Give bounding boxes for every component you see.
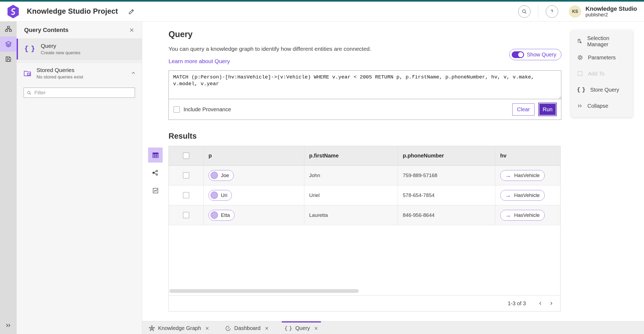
filter-field [24, 88, 135, 98]
tab-close-button[interactable] [205, 326, 209, 331]
node-circle-icon [211, 192, 218, 199]
query-editor-footer: Include Provenance Clear Run [169, 99, 561, 120]
rail-item-data-model[interactable] [0, 21, 17, 37]
tool-parameters[interactable]: Parameters [571, 49, 633, 66]
cell-firstname: John [304, 166, 398, 185]
table-row: Joe John 759-889-57168 →HasVehicle [169, 166, 560, 185]
stored-queries-collapse-button[interactable] [131, 70, 136, 76]
column-header-firstname: p.firstName [304, 146, 398, 165]
node-chip[interactable]: Joe [208, 170, 234, 181]
icon-rail [0, 21, 17, 334]
show-query-label: Show Query [527, 52, 556, 58]
tab-close-button[interactable] [314, 326, 318, 331]
node-circle-icon [211, 211, 218, 219]
tool-collapse[interactable]: Collapse [571, 98, 633, 114]
results-title: Results [169, 132, 644, 141]
node-chip[interactable]: Uri [208, 190, 232, 201]
tab-query[interactable]: { } Query [282, 321, 321, 334]
filter-input[interactable] [34, 90, 132, 96]
relationship-chip[interactable]: →HasVehicle [500, 210, 545, 221]
save-icon [5, 56, 12, 63]
panel-title: Query Contents [24, 27, 68, 34]
search-icon [27, 90, 32, 95]
avatar[interactable]: KS [569, 5, 581, 18]
bottom-tab-bar: Knowledge Graph Dashboard { } Query [142, 321, 644, 334]
query-editor-box: MATCH (p:Person)-[hv:HasVehicle]->(v:Veh… [169, 70, 561, 120]
table-view-button[interactable] [148, 148, 163, 163]
layers-icon [5, 41, 12, 48]
row-checkbox[interactable] [183, 172, 189, 178]
relationship-chip[interactable]: →HasVehicle [500, 190, 545, 201]
folder-icon [23, 69, 32, 78]
clear-button[interactable]: Clear [512, 103, 535, 116]
pagination-next-button[interactable] [546, 298, 557, 309]
sidebar-item-query[interactable]: { } Query Create new queries [17, 39, 142, 60]
horizontal-scrollbar[interactable] [169, 289, 359, 293]
app-window: Knowledge Studio Project KS Knowledge St… [0, 0, 644, 334]
relationship-chip[interactable]: →HasVehicle [500, 170, 545, 181]
toggle-switch[interactable] [512, 51, 524, 58]
stored-queries-header[interactable]: Stored Queries No stored queries exist [17, 63, 142, 84]
include-provenance-checkbox[interactable] [174, 106, 180, 113]
column-header-hv: hv [495, 146, 560, 165]
tool-store-query[interactable]: { } Store Query [571, 82, 633, 98]
rail-item-contents[interactable] [0, 37, 17, 52]
rail-expand-button[interactable] [0, 318, 17, 333]
include-provenance-option[interactable]: Include Provenance [174, 106, 231, 113]
query-item-label: Query [41, 43, 80, 49]
add-to-icon [577, 70, 583, 77]
query-textarea[interactable]: MATCH (p:Person)-[hv:HasVehicle]->(v:Veh… [169, 71, 561, 99]
tab-close-button[interactable] [265, 326, 269, 331]
close-icon [314, 326, 318, 331]
query-section: Query You can query a knowledge graph to… [169, 21, 561, 120]
stored-queries-description: No stored queries exist [36, 74, 83, 80]
help-icon [549, 9, 555, 15]
edit-title-button[interactable] [128, 8, 135, 15]
app-logo-icon [7, 5, 19, 18]
tab-knowledge-graph[interactable]: Knowledge Graph [146, 321, 212, 334]
knowledge-graph-icon [149, 325, 155, 332]
table-row: Etta Lauretta 846-956-8644 →HasVehicle [169, 205, 560, 225]
node-circle-icon [211, 172, 218, 179]
braces-icon: { } [284, 325, 292, 331]
username: publisher2 [586, 12, 637, 18]
column-header-p: p [204, 146, 304, 165]
tab-dashboard[interactable]: Dashboard [222, 321, 272, 334]
results-area: p p.firstName p.phoneNumber hv Joe John … [169, 146, 561, 311]
chart-view-button[interactable] [148, 183, 163, 198]
rail-item-save[interactable] [0, 52, 17, 67]
query-section-title: Query [169, 21, 561, 39]
pagination-prev-button[interactable] [535, 298, 546, 309]
panel-close-button[interactable] [129, 27, 134, 33]
chevron-up-icon [131, 70, 136, 76]
include-provenance-label: Include Provenance [184, 106, 231, 113]
row-checkbox[interactable] [183, 212, 189, 218]
search-button[interactable] [518, 5, 530, 18]
header-divider [538, 5, 538, 18]
tool-selection-manager[interactable]: Selection Manager [571, 33, 633, 49]
arrow-right-icon: → [505, 172, 511, 179]
graph-view-icon [152, 169, 159, 176]
query-item-description: Create new queries [41, 50, 80, 56]
node-chip[interactable]: Etta [208, 210, 235, 221]
show-query-toggle[interactable]: Show Query [509, 49, 561, 60]
column-header-phonenumber: p.phoneNumber [398, 146, 495, 165]
product-name: Knowledge Studio [586, 5, 637, 12]
tool-add-to: Add To [571, 66, 633, 82]
graph-view-button[interactable] [148, 165, 163, 180]
braces-icon: { } [24, 45, 35, 53]
help-button[interactable] [546, 5, 558, 18]
run-button[interactable]: Run [538, 103, 557, 116]
row-checkbox[interactable] [183, 192, 189, 198]
arrow-right-icon: → [505, 212, 511, 218]
results-table: p p.firstName p.phoneNumber hv Joe John … [169, 146, 561, 311]
table-header-row: p p.firstName p.phoneNumber hv [169, 146, 560, 166]
user-meta: Knowledge Studio publisher2 [586, 5, 637, 18]
search-icon [521, 9, 527, 15]
table-row: Uri Uriel 578-654-7854 →HasVehicle [169, 185, 560, 205]
close-icon [265, 326, 269, 331]
data-model-icon [5, 26, 12, 33]
learn-more-link[interactable]: Learn more about Query [169, 58, 230, 64]
select-all-checkbox[interactable] [183, 153, 189, 159]
cell-firstname: Lauretta [304, 205, 398, 225]
